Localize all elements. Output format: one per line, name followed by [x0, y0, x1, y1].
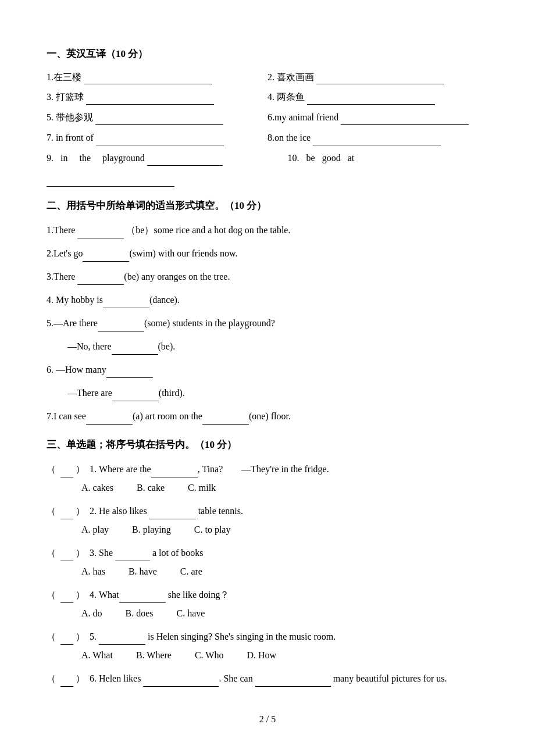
section2-item6b: —There are(third). [58, 384, 488, 402]
section2-title: 二、用括号中所给单词的适当形式填空。（10 分） [47, 197, 488, 215]
item10-cont-line [47, 186, 174, 187]
section1-item9: 9. in the playground [47, 150, 288, 167]
item2-line [316, 84, 444, 84]
s2-7-text: 7.I can see(a) art room on the(one) floo… [47, 411, 291, 421]
item5-line [95, 124, 223, 125]
s3-1-options: A. cakes B. cake C. milk [81, 479, 488, 497]
s3-6-question: （ ） 6. Helen likes . She can many beauti… [47, 669, 488, 688]
section1-item1: 1.在三楼 [47, 69, 268, 86]
section1-item6: 6.my animal friend [268, 109, 488, 126]
s3-3-bracket [60, 561, 73, 561]
section1-item2: 2. 喜欢画画 [268, 69, 488, 86]
s3-2-paren-close: ） [76, 506, 85, 516]
s3-5-question: （ ） 5. is Helen singing? She's singing i… [47, 627, 488, 646]
section2-item7: 7.I can see(a) art room on the(one) floo… [47, 407, 488, 426]
section3-item5: （ ） 5. is Helen singing? She's singing i… [47, 627, 488, 665]
s3-4-text: 4. What she like doing？ [90, 590, 229, 600]
s3-6-paren-close: ） [76, 673, 85, 683]
s3-5-paren-close: ） [76, 632, 85, 641]
item6-line [341, 124, 469, 125]
section1-row4: 7. in front of 8.on the ice [47, 130, 488, 147]
s3-4-optB: B. does [126, 604, 154, 623]
section1-item10: 10. be good at [288, 150, 488, 167]
s3-1-text: 1. Where are the, Tina? —They're in the … [90, 464, 329, 474]
s3-5-optB: B. Where [136, 646, 172, 665]
s3-5-optC: C. Who [195, 646, 223, 665]
item1-num: 1.在三楼 [47, 69, 81, 86]
section3-item6: （ ） 6. Helen likes . She can many beauti… [47, 669, 488, 688]
s3-5-optA: A. What [81, 646, 113, 665]
section2-item5b: —No, there(be). [58, 337, 488, 356]
item8-line [313, 145, 441, 145]
s3-4-optC: C. have [177, 604, 205, 623]
s2-2-text: 2.Let's go(swim) with our friends now. [47, 248, 237, 258]
item3-num: 3. 打篮球 [47, 89, 84, 106]
s3-1-paren-close: ） [76, 464, 85, 474]
section1-title: 一、英汉互译（10 分） [47, 45, 488, 63]
s3-5-bracket [60, 644, 73, 645]
item9-text: 9. in the playground [47, 150, 145, 167]
section3-item4: （ ） 4. What she like doing？ A. do B. doe… [47, 586, 488, 623]
s3-1-optB: B. cake [137, 479, 165, 497]
section2-item4: 4. My hobby is(dance). [47, 291, 488, 309]
section3-item1: （ ） 1. Where are the, Tina? —They're in … [47, 460, 488, 497]
section2-item6a: 6. —How many [47, 361, 488, 379]
s3-3-paren-open: （ [47, 548, 56, 558]
section2-item1: 1.There （be）some rice and a hot dog on t… [47, 221, 488, 240]
s3-3-optB: B. have [129, 562, 157, 581]
s2-6a-text: 6. —How many [47, 365, 153, 375]
s3-6-paren-open: （ [47, 673, 56, 683]
item5-num: 5. 带他参观 [47, 109, 93, 126]
section1: 一、英汉互译（10 分） 1.在三楼 2. 喜欢画画 3. 打篮球 4. 两条鱼… [47, 45, 488, 187]
item7-line [96, 145, 224, 145]
page-number: 2 / 5 [259, 714, 276, 724]
s3-2-text: 2. He also likes table tennis. [90, 506, 243, 516]
s3-4-options: A. do B. does C. have [81, 604, 488, 623]
s2-6b-text: —There are(third). [58, 388, 185, 398]
item8-num: 8.on the ice [268, 130, 311, 147]
s3-2-question: （ ） 2. He also likes table tennis. [47, 502, 488, 520]
section1-item10-cont [47, 170, 488, 187]
section2: 二、用括号中所给单词的适当形式填空。（10 分） 1.There （be）som… [47, 197, 488, 426]
s3-3-question: （ ） 3. She a lot of books [47, 544, 488, 562]
s3-5-text: 5. is Helen singing? She's singing in th… [90, 632, 336, 641]
page-footer: 2 / 5 [47, 711, 488, 728]
section1-item8: 8.on the ice [268, 130, 488, 147]
s3-6-bracket [60, 686, 73, 687]
s3-5-paren-open: （ [47, 632, 56, 641]
s3-5-optD: D. How [247, 646, 276, 665]
s3-5-options: A. What B. Where C. Who D. How [81, 646, 488, 665]
section1-item4: 4. 两条鱼 [268, 89, 488, 106]
item7-num: 7. in front of [47, 130, 94, 147]
s3-3-optC: C. are [180, 562, 202, 581]
s3-4-paren-close: ） [76, 590, 85, 600]
s2-3-text: 3.There (be) any oranges on the tree. [47, 272, 230, 281]
s3-2-optA: A. play [81, 520, 109, 539]
section1-row5: 9. in the playground 10. be good at [47, 150, 488, 167]
s3-3-text: 3. She a lot of books [90, 548, 204, 558]
section3-title: 三、单选题；将序号填在括号内。（10 分） [47, 436, 488, 454]
s3-2-options: A. play B. playing C. to play [81, 520, 488, 539]
section1-item3: 3. 打篮球 [47, 89, 268, 106]
section2-item3: 3.There (be) any oranges on the tree. [47, 268, 488, 286]
s3-4-question: （ ） 4. What she like doing？ [47, 586, 488, 604]
item1-line [84, 84, 212, 84]
section1-item5: 5. 带他参观 [47, 109, 268, 126]
s2-4-text: 4. My hobby is(dance). [47, 295, 180, 305]
s3-3-paren-close: ） [76, 548, 85, 558]
s2-5a-text: 5.—Are there(some) students in the playg… [47, 318, 275, 328]
section1-row1: 1.在三楼 2. 喜欢画画 [47, 69, 488, 86]
section1-row2: 3. 打篮球 4. 两条鱼 [47, 89, 488, 106]
s3-4-optA: A. do [81, 604, 102, 623]
s3-2-optC: C. to play [194, 520, 231, 539]
item10-text: 10. be good at [288, 150, 355, 167]
section1-row3: 5. 带他参观 6.my animal friend [47, 109, 488, 126]
section2-item5a: 5.—Are there(some) students in the playg… [47, 314, 488, 333]
section3-item3: （ ） 3. She a lot of books A. has B. have… [47, 544, 488, 581]
s3-4-paren-open: （ [47, 590, 56, 600]
section3: 三、单选题；将序号填在括号内。（10 分） （ ） 1. Where are t… [47, 436, 488, 688]
s2-1-text: 1.There （be）some rice and a hot dog on t… [47, 225, 290, 235]
item4-line [307, 104, 435, 105]
s3-1-optA: A. cakes [81, 479, 113, 497]
s3-1-optC: C. milk [188, 479, 216, 497]
